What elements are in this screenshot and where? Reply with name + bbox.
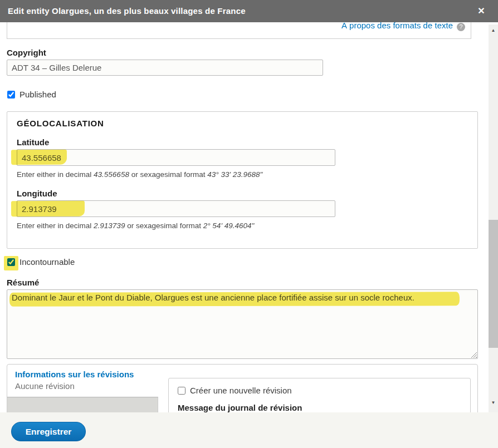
scroll-down-icon[interactable]: ▼ bbox=[489, 400, 498, 408]
latitude-label: Latitude bbox=[17, 137, 49, 147]
latitude-help-prefix: Enter either in decimal bbox=[17, 170, 94, 179]
new-revision-checkbox[interactable] bbox=[178, 387, 185, 395]
published-checkbox[interactable] bbox=[7, 91, 15, 99]
longitude-help-middle: or sexagesimal format bbox=[125, 221, 203, 230]
incontournable-label: Incontournable bbox=[19, 257, 75, 267]
dialog-header: Edit entity Olargues, un des plus beaux … bbox=[0, 0, 498, 22]
revision-log-label: Message du journal de révision bbox=[178, 403, 302, 412]
info-icon[interactable]: ? bbox=[457, 23, 465, 31]
longitude-help: Enter either in decimal 2.913739 or sexa… bbox=[17, 221, 254, 230]
revision-status: Aucune révision bbox=[15, 381, 75, 391]
resume-textarea-wrap: Dominant le Jaur et le Pont du Diable, O… bbox=[7, 289, 478, 359]
copyright-input[interactable] bbox=[7, 60, 323, 76]
about-text-formats-link[interactable]: À propos des formats de texte bbox=[341, 22, 453, 30]
scroll-up-icon[interactable]: ▲ bbox=[489, 28, 498, 36]
scrollbar-thumb[interactable] bbox=[489, 220, 498, 348]
latitude-help-sexagesimal: 43° 33' 23.9688" bbox=[207, 170, 262, 179]
new-revision-row: Créer une nouvelle révision bbox=[178, 386, 292, 395]
save-button[interactable]: Enregistrer bbox=[11, 422, 86, 441]
longitude-help-prefix: Enter either in decimal bbox=[17, 221, 94, 230]
incontournable-row: Incontournable bbox=[7, 257, 75, 267]
geolocation-fieldset: GÉOLOCALISATION Latitude Enter either in… bbox=[7, 111, 478, 249]
close-icon[interactable]: ✕ bbox=[470, 0, 492, 22]
longitude-help-decimal: 2.913739 bbox=[94, 221, 125, 230]
new-revision-label: Créer une nouvelle révision bbox=[190, 386, 292, 395]
published-row: Published bbox=[7, 90, 56, 99]
text-format-box: À propos des formats de texte ? bbox=[7, 22, 471, 39]
geolocation-legend: GÉOLOCALISATION bbox=[17, 119, 104, 128]
longitude-label: Longitude bbox=[17, 189, 57, 198]
published-label: Published bbox=[19, 90, 56, 99]
latitude-help-middle: or sexagesimal format bbox=[129, 170, 207, 179]
dialog-button-pane: Enregistrer bbox=[0, 412, 498, 448]
latitude-help-decimal: 43.556658 bbox=[94, 170, 129, 179]
longitude-input[interactable] bbox=[17, 200, 335, 217]
latitude-help: Enter either in decimal 43.556658 or sex… bbox=[17, 170, 262, 179]
dialog-title: Edit entity Olargues, un des plus beaux … bbox=[8, 0, 246, 22]
dialog-content: À propos des formats de texte ? Copyrigh… bbox=[0, 22, 498, 448]
edit-entity-dialog: Edit entity Olargues, un des plus beaux … bbox=[0, 0, 498, 448]
vertical-scrollbar: ▲ ▼ bbox=[489, 24, 498, 412]
copyright-label: Copyright bbox=[7, 48, 46, 57]
latitude-input[interactable] bbox=[17, 149, 335, 166]
revision-heading: Informations sur les révisions bbox=[15, 370, 134, 379]
longitude-help-sexagesimal: 2° 54' 49.4604" bbox=[203, 221, 255, 230]
resume-label: Résumé bbox=[7, 278, 39, 287]
incontournable-checkbox[interactable] bbox=[7, 258, 15, 266]
resume-textarea[interactable]: Dominant le Jaur et le Pont du Diable, O… bbox=[7, 289, 478, 359]
